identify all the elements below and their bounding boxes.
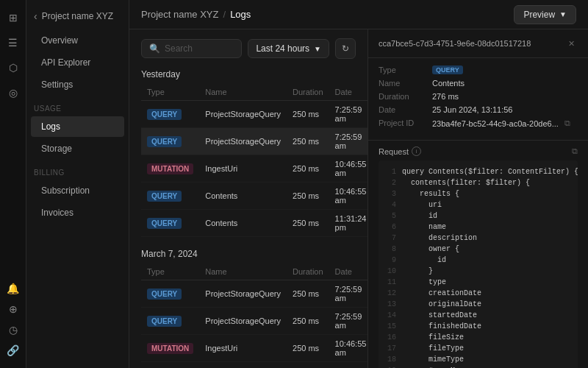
cell-name: Contents [199,362,287,369]
back-arrow-icon: ‹ [34,10,37,22]
type-badge: QUERY [147,109,182,120]
breadcrumb-current: Logs [230,9,251,20]
time-range-select[interactable]: Last 24 hours ▼ [248,39,329,58]
cell-date: 10:46:55 am [329,335,368,362]
sidebar-item-settings[interactable]: Settings [31,74,124,95]
request-title: Request i [379,146,421,156]
log-table-yesterday: Type Name Duration Date QUERY ProjectSto… [141,84,368,237]
breadcrumb-project: Project name XYZ [141,9,219,20]
home-icon[interactable]: ⊞ [3,7,24,28]
code-line: 12 creationDate [384,288,572,299]
cell-duration: 250 ms [287,155,329,183]
cell-duration: 250 ms [287,308,329,335]
menu-icon[interactable]: ☰ [3,32,24,53]
search-input-wrap[interactable]: 🔍 [141,39,242,58]
log-group-yesterday: Yesterday Type Name Duration Date QUERY … [141,69,356,237]
code-line: 1query Contents($filter: ContentFilter) … [384,166,572,177]
table-row[interactable]: MUTATION IngestUri 250 ms 10:46:55 am [141,335,368,362]
table-row[interactable]: QUERY Contents 250 ms 10:46:55 am [141,183,368,210]
bell-icon[interactable]: 🔔 [3,278,24,299]
meta-row-type: Type QUERY [379,66,578,74]
cell-duration: 250 ms [287,335,329,362]
code-line: 19 #moreMore [384,365,572,368]
log-group-march7: March 7, 2024 Type Name Duration Date QU… [141,249,356,368]
search-icon: 🔍 [149,43,160,54]
hexagon-icon[interactable]: ⬡ [3,57,24,78]
type-badge: QUERY [147,191,182,202]
sidebar-item-api-explorer[interactable]: API Explorer [31,52,124,73]
meta-value-date: 25 Jun 2024, 13:11:56 [432,105,578,114]
refresh-button[interactable]: ↻ [335,38,356,59]
cell-type: QUERY [141,183,199,210]
code-line: 3 results { [384,188,572,199]
table-row[interactable]: QUERY Contents 250 ms 11:31:24 pm [141,210,368,237]
code-line: 14 startedDate [384,310,572,321]
cell-name: ProjectStorageQuery [199,280,287,308]
back-button[interactable]: ‹ Project name XYZ [26,6,129,29]
cell-duration: 250 ms [287,362,329,369]
preview-button[interactable]: Preview ▼ [514,5,576,24]
cell-duration: 250 ms [287,128,329,155]
usage-section-label: Usage [26,102,129,116]
code-line: 7 description [384,233,572,244]
cell-date: 7:25:59 am [329,280,368,308]
type-badge: QUERY [147,218,182,229]
meta-value-duration: 276 ms [432,92,578,101]
breadcrumb-sep: / [223,9,226,20]
col-date-2: Date [329,263,368,280]
code-line: 11 type [384,277,572,288]
col-date-1: Date [329,84,368,101]
table-row[interactable]: MUTATION IngestUri 250 ms 10:46:55 am [141,155,368,183]
code-line: 8 owner { [384,244,572,255]
copy-project-id-icon[interactable]: ⧉ [564,118,570,128]
section-header-yesterday: Yesterday [141,69,356,79]
cell-date: 7:25:59 am [329,308,368,335]
cell-type: QUERY [141,362,199,369]
close-button[interactable]: ✕ [564,37,578,50]
table-row[interactable]: QUERY ProjectStorageQuery 250 ms 7:25:59… [141,308,368,335]
sidebar-item-subscription[interactable]: Subscription [31,180,124,201]
code-line: 10 } [384,266,572,277]
sidebar-item-logs[interactable]: Logs [31,116,124,137]
logs-panel: 🔍 Last 24 hours ▼ ↻ Yesterday Type [129,29,368,368]
cell-duration: 250 ms [287,101,329,128]
cell-date: 10:46:55 am [329,155,368,183]
link-icon[interactable]: 🔗 [3,340,24,361]
log-table-march7: Type Name Duration Date QUERY ProjectSto… [141,263,368,368]
plus-circle-icon[interactable]: ⊕ [3,299,24,319]
meta-label-date: Date [379,105,426,114]
sidebar-item-storage[interactable]: Storage [31,138,124,159]
col-name-2: Name [199,263,287,280]
search-bar: 🔍 Last 24 hours ▼ ↻ [141,38,356,59]
sidebar-item-invoices[interactable]: Invoices [31,202,124,223]
type-badge: QUERY [147,316,182,327]
detail-header: cca7bce5-c7d3-4751-9e6e-08dc01517218 ✕ [368,29,588,58]
copy-request-icon[interactable]: ⧉ [572,146,578,156]
cell-type: QUERY [141,210,199,237]
cell-name: ProjectStorageQuery [199,101,287,128]
sidebar-item-overview[interactable]: Overview [31,30,124,51]
request-info-icon[interactable]: i [412,146,421,156]
table-row[interactable]: QUERY ProjectStorageQuery 250 ms 7:25:59… [141,101,368,128]
col-duration-2: Duration [287,263,329,280]
cell-name: Contents [199,183,287,210]
code-line: 9 id [384,255,572,266]
code-line: 15 finishedDate [384,321,572,332]
col-type-2: Type [141,263,199,280]
clock-icon[interactable]: ◷ [3,319,24,340]
circle-icon[interactable]: ◎ [3,82,24,103]
sidebar: ‹ Project name XYZ Overview API Explorer… [26,0,129,368]
detail-meta: Type QUERY Name Contents Duration 276 ms… [368,58,588,141]
meta-row-date: Date 25 Jun 2024, 13:11:56 [379,105,578,114]
table-row[interactable]: QUERY Contents 250 ms 10:46:55 am [141,362,368,369]
cell-type: MUTATION [141,155,199,183]
col-type-1: Type [141,84,199,101]
cell-date: 10:46:55 am [329,362,368,369]
table-row[interactable]: QUERY ProjectStorageQuery 250 ms 7:25:59… [141,128,368,155]
table-row[interactable]: QUERY ProjectStorageQuery 250 ms 7:25:59… [141,280,368,308]
meta-row-duration: Duration 276 ms [379,92,578,101]
meta-row-project-id: Project ID 23ba4fe7-bc52-44c9-ac0a-20de6… [379,118,578,128]
search-input[interactable] [165,43,234,54]
code-line: 2 contents(filter: $filter) { [384,177,572,188]
type-badge: QUERY [147,136,182,147]
